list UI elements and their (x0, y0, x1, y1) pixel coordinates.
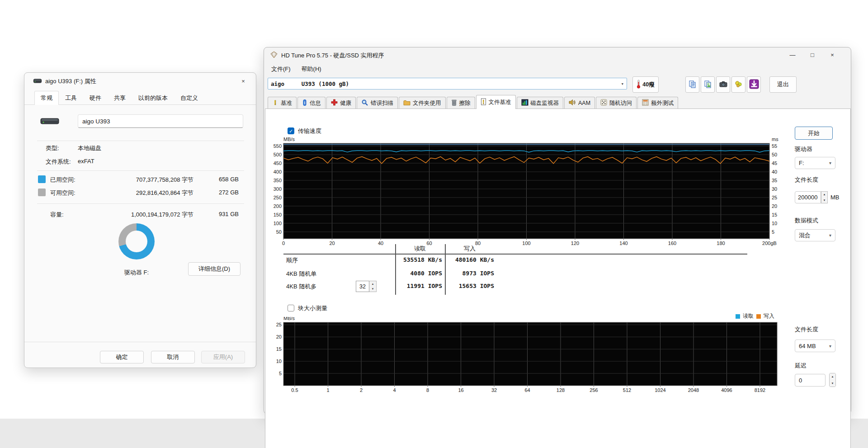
tab-folder-usage[interactable]: 文件夹使用 (399, 97, 446, 109)
tab-health[interactable]: 健康 (326, 97, 356, 109)
svg-text:150: 150 (274, 212, 282, 217)
file-length-input[interactable]: 200000 (795, 191, 821, 203)
type-label: 类型: (46, 144, 59, 152)
menu-file[interactable]: 文件(F) (266, 63, 296, 75)
tab-disk-monitor[interactable]: 磁盘监视器 (517, 97, 564, 109)
dialog-tab-customize[interactable]: 自定义 (174, 91, 204, 105)
svg-text:5: 5 (279, 371, 282, 376)
spin-down-icon[interactable]: ▼ (821, 198, 827, 203)
copy-text-icon (689, 80, 697, 90)
close-button[interactable]: × (822, 47, 842, 62)
tab-aam[interactable]: AAM (564, 97, 595, 109)
erase-icon (451, 99, 457, 108)
tab-label: AAM (578, 100, 590, 106)
capacity-label: 容量: (50, 211, 64, 219)
temperature-value: 40癈 (642, 81, 654, 89)
svg-text:1024: 1024 (655, 387, 665, 393)
drive-combo[interactable]: F: ▾ (795, 157, 835, 169)
svg-text:15: 15 (276, 346, 282, 352)
file-benchmark-panel: ✓ 传输速度 550500450400350300250200150100505… (265, 108, 851, 448)
dialog-tab-hardware[interactable]: 硬件 (83, 91, 108, 105)
menu-help[interactable]: 帮助(H) (296, 63, 327, 75)
tab-label: 擦除 (459, 99, 471, 107)
used-space-swatch (38, 175, 46, 183)
transfer-speed-checkbox[interactable]: ✓ (288, 127, 294, 134)
spin-up-icon[interactable]: ▲ (830, 373, 835, 380)
dialog-tab-strip: 常规工具硬件共享以前的版本自定义 (34, 91, 204, 105)
dialog-close-button[interactable]: × (233, 74, 253, 88)
drive-name-field[interactable] (78, 114, 243, 128)
data-mode-combo[interactable]: 混合 ▾ (795, 229, 835, 241)
start-button[interactable]: 开始 (795, 127, 833, 140)
spin-down-icon[interactable]: ▼ (830, 380, 835, 387)
divider (37, 203, 244, 204)
ok-button[interactable]: 确定 (100, 351, 144, 363)
drive-label: 驱动器 (795, 145, 812, 153)
svg-text:50: 50 (772, 152, 777, 157)
delay-input[interactable]: 0 (795, 374, 826, 387)
camera-button[interactable] (716, 76, 730, 93)
hdtune-window: HD Tune Pro 5.75 - 硬盘/SSD 实用程序 — □ × 文件(… (264, 47, 851, 414)
file-benchmark-icon: ! (481, 98, 486, 107)
file-length-label: 文件长度 (795, 176, 818, 184)
svg-text:250: 250 (274, 195, 282, 200)
dialog-tab-previous-versions[interactable]: 以前的版本 (132, 91, 174, 105)
block-size-checkbox[interactable] (288, 305, 294, 311)
apply-button[interactable]: 应用(A) (201, 351, 245, 363)
minimize-button[interactable]: — (783, 47, 802, 62)
svg-text:!: ! (274, 99, 277, 106)
delay-label: 延迟 (795, 362, 807, 370)
svg-text:10: 10 (772, 221, 777, 226)
spin-up-icon[interactable]: ▲ (821, 192, 827, 198)
health-icon (331, 99, 338, 107)
file-length-stepper[interactable]: ▲ ▼ (821, 191, 828, 203)
chevron-down-icon: ▾ (621, 81, 624, 87)
svg-text:10: 10 (276, 358, 282, 364)
exit-button[interactable]: 退出 (769, 76, 797, 93)
tab-label: 额外测试 (651, 99, 674, 107)
save-button[interactable] (747, 76, 761, 93)
file-length2-combo[interactable]: 64 MB ▾ (795, 340, 835, 352)
hdtune-app-icon (270, 51, 278, 60)
dialog-tab-general[interactable]: 常规 (34, 91, 59, 105)
folder-usage-icon (403, 99, 410, 107)
drive-select-value: aigo U393 (1000 gB) (271, 80, 349, 87)
function-tab-strip: !基准i信息健康错误扫描文件夹使用擦除!文件基准磁盘监视器AAM随机访问额外测试 (264, 94, 851, 109)
close-icon: × (241, 78, 245, 85)
svg-text:4096: 4096 (721, 387, 732, 393)
tab-label: 文件基准 (489, 99, 511, 106)
details-button[interactable]: 详细信息(D) (188, 262, 241, 276)
svg-text:400: 400 (274, 169, 282, 174)
drive-select-combo[interactable]: aigo U393 (1000 gB) ▾ (268, 78, 627, 90)
svg-text:300: 300 (274, 186, 282, 192)
dialog-tab-tools[interactable]: 工具 (59, 91, 83, 105)
tab-file-benchmark[interactable]: !文件基准 (476, 95, 516, 109)
delay-stepper[interactable]: ▲ ▼ (829, 373, 836, 387)
capacity-donut-chart (118, 223, 155, 259)
palette-button[interactable] (731, 76, 745, 93)
maximize-button[interactable]: □ (802, 47, 822, 62)
tab-info[interactable]: i信息 (297, 97, 326, 109)
svg-text:25: 25 (276, 322, 282, 327)
error-scan-icon (361, 99, 368, 108)
dialog-tab-sharing[interactable]: 共享 (108, 91, 132, 105)
tab-error-scan[interactable]: 错误扫描 (357, 97, 398, 109)
divider (37, 170, 244, 171)
tab-label: 磁盘监视器 (531, 99, 559, 107)
tab-erase[interactable]: 擦除 (447, 97, 475, 109)
copy-image-button[interactable] (701, 76, 715, 93)
svg-text:30: 30 (772, 186, 777, 192)
temperature-button[interactable]: 40癈 (632, 76, 659, 93)
svg-text:8192: 8192 (755, 387, 765, 393)
tab-benchmark[interactable]: !基准 (268, 97, 297, 109)
tab-random-access[interactable]: 随机访问 (596, 97, 637, 109)
svg-text:200: 200 (274, 203, 282, 209)
cancel-button[interactable]: 取消 (151, 351, 195, 363)
chevron-down-icon: ▾ (829, 344, 831, 349)
svg-text:4: 4 (393, 387, 396, 393)
svg-text:MB/s: MB/s (283, 317, 295, 321)
copy-text-button[interactable] (685, 76, 699, 93)
tab-extra-tests[interactable]: 额外测试 (637, 97, 678, 109)
used-space-gb: 658 GB (207, 176, 239, 183)
svg-text:100: 100 (274, 221, 282, 226)
